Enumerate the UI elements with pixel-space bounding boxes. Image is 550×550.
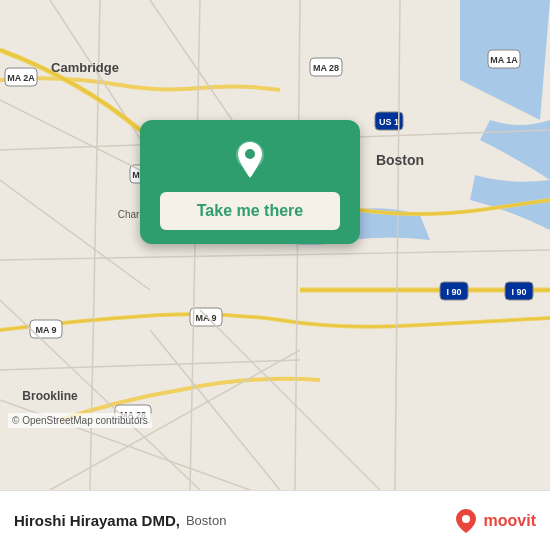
svg-text:MA 9: MA 9 [195,313,216,323]
moovit-icon [452,507,480,535]
location-pin-icon [228,138,272,182]
place-info: Hiroshi Hirayama DMD, Boston [14,512,226,529]
svg-text:Boston: Boston [376,152,424,168]
place-name: Hiroshi Hirayama DMD, [14,512,180,529]
svg-text:US 1: US 1 [379,117,399,127]
copyright-text: © OpenStreetMap contributors [8,413,152,428]
svg-text:I 90: I 90 [446,287,461,297]
svg-text:I 90: I 90 [511,287,526,297]
moovit-logo: moovit [452,507,536,535]
svg-text:MA 9: MA 9 [35,325,56,335]
bottom-bar: Hiroshi Hirayama DMD, Boston moovit [0,490,550,550]
location-card: Take me there [140,120,360,244]
take-me-there-button[interactable]: Take me there [160,192,340,230]
svg-text:MA 1A: MA 1A [490,55,518,65]
svg-text:Cambridge: Cambridge [51,60,119,75]
svg-point-42 [245,149,255,159]
svg-text:MA 28: MA 28 [313,63,339,73]
place-city: Boston [186,513,226,528]
moovit-text: moovit [484,512,536,530]
svg-text:Brookline: Brookline [22,389,78,403]
svg-point-43 [462,515,470,523]
svg-text:MA 2A: MA 2A [7,73,35,83]
map-area[interactable]: MA 9 MA 9 MA 28 MA 2A MA 2A MA 28 US 1 M… [0,0,550,490]
